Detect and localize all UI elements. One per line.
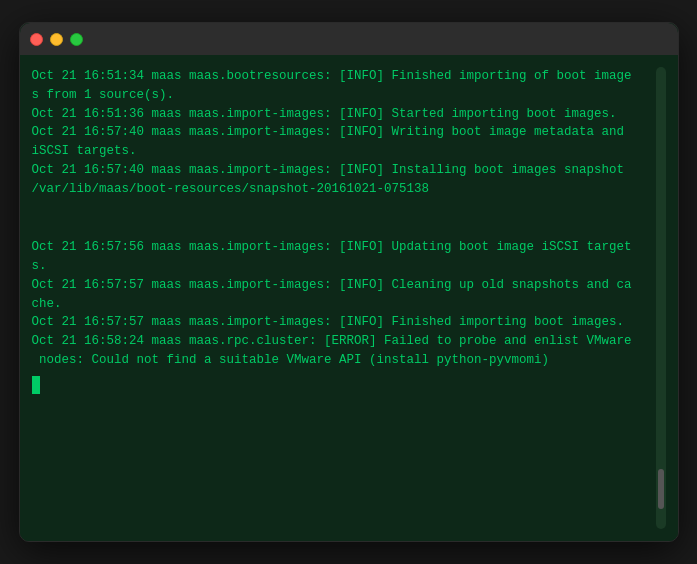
log-spacer	[32, 198, 644, 218]
log-line: Oct 21 16:57:40 maas maas.import-images:…	[32, 161, 644, 199]
log-spacer	[32, 218, 644, 238]
scrollbar[interactable]	[656, 67, 666, 529]
log-line: Oct 21 16:57:57 maas maas.import-images:…	[32, 313, 644, 332]
traffic-lights	[30, 33, 83, 46]
log-line: Oct 21 16:51:36 maas maas.import-images:…	[32, 105, 644, 124]
maximize-button[interactable]	[70, 33, 83, 46]
log-line: Oct 21 16:58:24 maas maas.rpc.cluster: […	[32, 332, 644, 370]
close-button[interactable]	[30, 33, 43, 46]
log-line: Oct 21 16:57:40 maas maas.import-images:…	[32, 123, 644, 161]
cursor-line	[32, 376, 644, 394]
minimize-button[interactable]	[50, 33, 63, 46]
log-line: Oct 21 16:57:56 maas maas.import-images:…	[32, 238, 644, 276]
terminal-body: Oct 21 16:51:34 maas maas.bootresources:…	[20, 55, 678, 541]
terminal-window: Oct 21 16:51:34 maas maas.bootresources:…	[19, 22, 679, 542]
terminal-content[interactable]: Oct 21 16:51:34 maas maas.bootresources:…	[32, 67, 652, 529]
log-line: Oct 21 16:51:34 maas maas.bootresources:…	[32, 67, 644, 105]
log-line: Oct 21 16:57:57 maas maas.import-images:…	[32, 276, 644, 314]
titlebar	[20, 23, 678, 55]
cursor	[32, 376, 40, 394]
scrollbar-thumb[interactable]	[658, 469, 664, 509]
